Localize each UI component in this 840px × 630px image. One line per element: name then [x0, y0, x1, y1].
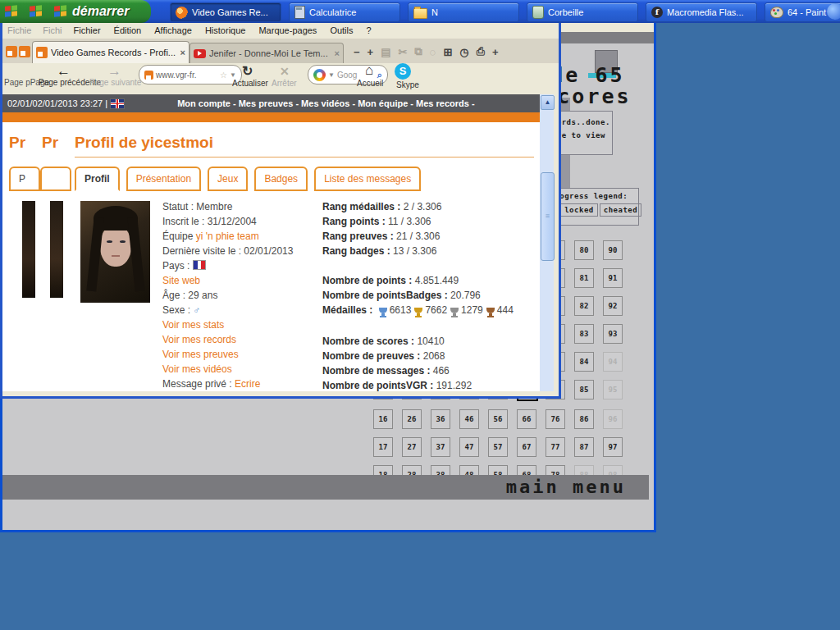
refresh-button[interactable]: ↻ [242, 63, 253, 79]
tab-vgr-profile[interactable]: Video Games Records - Profi... × [32, 41, 189, 63]
episode-button-76[interactable]: 76 [546, 409, 565, 429]
start-button-area[interactable]: démarrer [0, 0, 151, 23]
episode-button-97[interactable]: 97 [603, 437, 623, 457]
episode-button-56[interactable]: 56 [488, 409, 508, 429]
avatar-sliver [50, 201, 63, 298]
episode-button-36[interactable]: 36 [431, 409, 450, 429]
scroll-up-button[interactable]: ▲ [541, 95, 555, 110]
menu-item[interactable]: Fichier [74, 25, 101, 35]
taskbar-item-label: Macromedia Flas... [667, 7, 744, 17]
bookmark-star-icon[interactable]: ☆ [220, 71, 227, 80]
zoom-in-icon[interactable]: + [368, 46, 374, 58]
episode-button-66[interactable]: 66 [517, 409, 536, 429]
episode-button-57[interactable]: 57 [488, 437, 508, 457]
menu-item[interactable]: Édition [114, 25, 142, 35]
episode-button-92[interactable]: 92 [603, 296, 623, 316]
episode-button-85[interactable]: 85 [574, 380, 594, 399]
start-button-label[interactable]: démarrer [72, 4, 129, 19]
episode-button-16[interactable]: 16 [373, 409, 393, 429]
episode-button-80[interactable]: 80 [574, 240, 594, 260]
topbar-account-nav[interactable]: Mon compte - Mes preuves - Mes vidéos - … [177, 98, 474, 108]
detail-text: Statut : Membre [162, 201, 232, 212]
menu-item[interactable]: Marque-pages [258, 25, 317, 35]
profile-link[interactable]: Voir mes stats [162, 319, 224, 331]
url-text[interactable]: www.vgr-fr. [156, 71, 217, 80]
menu-item[interactable]: Historique [205, 25, 246, 35]
profile-link[interactable]: yi 'n phie team [196, 231, 259, 242]
taskbar-item-n[interactable]: N [408, 2, 519, 22]
episode-button-26[interactable]: 26 [402, 409, 422, 429]
add-icon[interactable]: + [492, 46, 499, 58]
episode-button-17[interactable]: 17 [373, 437, 393, 457]
episode-button-47[interactable]: 47 [459, 437, 479, 457]
profile-tab-badges[interactable]: Badges [254, 167, 308, 191]
profile-stat-line: Nombre de points : 4.851.449 [322, 273, 537, 288]
stat-value: 11 / 3.306 [388, 216, 431, 227]
menu-item[interactable]: Outils [330, 25, 353, 35]
print-icon[interactable]: ⎙ [477, 45, 485, 58]
spinner-icon[interactable]: ◌ [430, 46, 436, 58]
tab-jenifer-video[interactable]: Jenifer - Donne-Moi Le Tem... × [189, 43, 344, 63]
copy-icon[interactable]: ⧉ [414, 45, 422, 58]
stop-button[interactable]: ✕ [280, 65, 290, 78]
main-menu-button[interactable]: main menu [506, 477, 626, 497]
episode-button-87[interactable]: 87 [574, 437, 594, 457]
episode-button-77[interactable]: 77 [546, 437, 565, 457]
minimize-zoom-icon[interactable]: − [354, 46, 360, 58]
taskbar-item-video-games-re-[interactable]: Video Games Re... [170, 2, 281, 22]
search-dropdown-icon[interactable]: ▼ [328, 71, 335, 79]
profile-link[interactable]: Ecrire [235, 378, 260, 390]
profile-tab-jeux[interactable]: Jeux [208, 167, 248, 191]
legend-locked[interactable]: locked [560, 203, 598, 217]
profile-link[interactable]: Site web [162, 275, 200, 286]
episode-button-93[interactable]: 93 [603, 324, 623, 344]
episode-button-95[interactable]: 95 [603, 380, 623, 399]
forward-button[interactable]: → [107, 63, 121, 80]
episode-button-94[interactable]: 94 [603, 352, 623, 372]
new-window-icon[interactable]: ⊞ [443, 46, 452, 58]
profile-link[interactable]: Voir mes vidéos [162, 363, 232, 375]
vgr-logo-icon [6, 46, 17, 57]
episode-button-81[interactable]: 81 [574, 268, 594, 288]
profile-tab-profil[interactable]: Profil [75, 167, 120, 191]
profile-link[interactable]: Voir mes preuves [162, 349, 239, 360]
episode-button-37[interactable]: 37 [431, 437, 450, 457]
episode-button-82[interactable]: 82 [574, 296, 594, 316]
profile-detail-line: Voir mes records [162, 332, 318, 347]
menu-item[interactable]: ? [367, 25, 372, 35]
back-button[interactable]: ← [57, 63, 71, 80]
episode-button-91[interactable]: 91 [603, 268, 623, 288]
taskbar-item-corbeille[interactable]: Corbeille [527, 2, 638, 22]
profile-stat-line: Rang médailles : 2 / 3.306 [322, 199, 537, 214]
paste-icon[interactable]: ▤ [381, 46, 390, 58]
episode-button-96[interactable]: 96 [603, 409, 623, 429]
episode-button-67[interactable]: 67 [517, 437, 536, 457]
episode-button-46[interactable]: 46 [459, 409, 479, 429]
taskbar-item-macromedia-flas-[interactable]: fMacromedia Flas... [646, 2, 757, 22]
page-scrollbar[interactable]: ▲ ≡ [540, 94, 554, 391]
episode-button-83[interactable]: 83 [574, 324, 594, 344]
episode-button-27[interactable]: 27 [402, 437, 422, 457]
cut-icon[interactable]: ✂ [398, 46, 407, 58]
profile-tab-présentation[interactable]: Présentation [126, 167, 201, 191]
url-dropdown-icon[interactable]: ▼ [230, 71, 236, 79]
uk-flag-icon[interactable] [110, 98, 125, 109]
episode-button-86[interactable]: 86 [574, 409, 594, 429]
taskbar-item-calculatrice[interactable]: Calculatrice [289, 2, 400, 22]
home-button[interactable]: ⌂ [365, 62, 373, 79]
tab-close-icon[interactable]: × [335, 48, 340, 58]
firefox-menubar[interactable]: Fichie Fichi FichierÉditionAffichageHist… [2, 22, 559, 39]
menu-item[interactable]: Affichage [154, 25, 192, 35]
episode-button-90[interactable]: 90 [603, 240, 623, 260]
flash-bottom-band: main menu [2, 475, 649, 500]
tab-close-icon[interactable]: × [180, 48, 185, 57]
profile-tab-liste-des-messages[interactable]: Liste des messages [314, 167, 421, 191]
tray-icon-fragment[interactable] [827, 3, 840, 20]
episode-button-84[interactable]: 84 [574, 352, 594, 372]
history-icon[interactable]: ◷ [459, 46, 468, 58]
url-bar[interactable]: www.vgr-fr. ☆ ▼ [139, 65, 242, 84]
legend-cheated[interactable]: cheated [600, 203, 641, 217]
scroll-thumb[interactable]: ≡ [541, 172, 555, 261]
profile-link[interactable]: Voir mes records [162, 334, 236, 345]
skype-icon[interactable]: S [395, 63, 411, 80]
